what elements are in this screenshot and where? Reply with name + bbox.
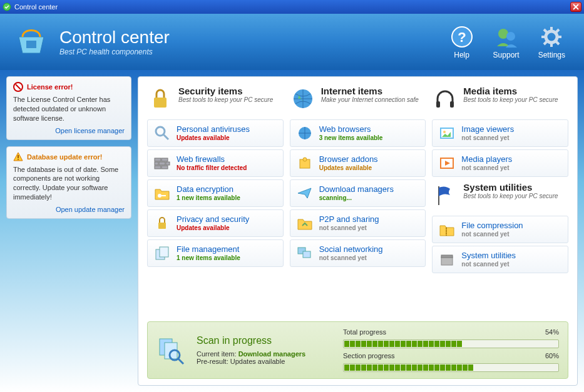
play-icon	[438, 154, 456, 173]
svg-line-14	[556, 29, 559, 33]
alert-body: The License Control Center has detected …	[13, 95, 125, 123]
tile-media-players[interactable]: Media playersnot scanned yet	[432, 149, 568, 177]
tile-addons[interactable]: Browser addonsUpdates available	[290, 149, 426, 177]
tile-social[interactable]: Social networkingnot scanned yet	[290, 239, 426, 267]
error-icon	[13, 82, 23, 92]
svg-point-18	[18, 159, 19, 160]
col-media-system: Media itemsBest tools to keep your PC se…	[432, 83, 568, 316]
category-system: System utilitiesBest tools to keep your …	[432, 179, 568, 213]
svg-rect-22	[155, 158, 161, 161]
flag-icon	[432, 182, 458, 208]
alert-database: Database update error! The database is o…	[6, 146, 131, 219]
nav-settings[interactable]: Settings	[538, 24, 565, 59]
svg-rect-40	[436, 101, 440, 108]
svg-rect-28	[161, 166, 168, 169]
logo-icon	[13, 23, 50, 61]
zip-icon	[438, 220, 456, 239]
svg-point-20	[156, 127, 165, 136]
tile-encryption[interactable]: Data encryption1 new items available	[147, 179, 284, 207]
svg-rect-26	[166, 162, 170, 165]
tile-image-viewers[interactable]: Image viewersnot scanned yet	[432, 119, 568, 147]
help-icon: ?	[449, 24, 474, 49]
total-progress-bar	[343, 339, 559, 348]
scan-title: Scan in progress	[197, 335, 334, 346]
documents-icon	[153, 244, 172, 263]
magnifier-icon	[153, 124, 172, 143]
app-icon	[3, 3, 11, 11]
sidebar: License error! The License Control Cente…	[6, 76, 131, 386]
small-globe-icon	[295, 124, 314, 143]
header-nav: ? Help Support Settings	[449, 24, 565, 59]
svg-point-43	[443, 131, 446, 133]
nav-help[interactable]: ? Help	[449, 24, 474, 59]
lock-icon	[147, 86, 173, 112]
svg-text:?: ?	[458, 29, 466, 45]
section-progress-bar	[343, 363, 559, 372]
svg-rect-25	[159, 162, 165, 165]
svg-line-12	[556, 41, 559, 44]
warning-icon	[13, 152, 23, 162]
svg-point-37	[303, 158, 307, 161]
wall-icon	[153, 154, 172, 173]
license-manager-link[interactable]: Open license manager	[13, 127, 125, 134]
total-percent: 54%	[536, 328, 559, 336]
folder-key-icon	[153, 184, 172, 203]
window-title: Control center	[14, 3, 58, 11]
svg-rect-23	[161, 158, 168, 161]
section-percent: 60%	[536, 352, 559, 359]
plane-icon	[295, 184, 314, 203]
folder-share-icon	[295, 214, 314, 233]
tile-p2p[interactable]: P2P and sharingnot scanned yet	[290, 209, 426, 237]
category-internet: Internet itemsMake your Internet connect…	[290, 83, 426, 117]
svg-point-5	[506, 32, 515, 41]
svg-line-52	[178, 359, 183, 364]
tile-browsers[interactable]: Web browsers3 new items available	[290, 119, 426, 147]
image-icon	[438, 124, 456, 143]
scan-icon	[156, 334, 188, 366]
box-icon	[438, 250, 456, 269]
svg-line-11	[544, 29, 547, 33]
svg-rect-1	[26, 41, 36, 48]
tile-antivirus[interactable]: Personal antivirusesUpdates available	[147, 119, 284, 147]
tile-privacy[interactable]: Privacy and securityUpdates available	[147, 209, 284, 237]
svg-rect-27	[155, 166, 161, 169]
tile-download[interactable]: Download managersscanning...	[290, 179, 426, 207]
close-button[interactable]	[570, 2, 581, 12]
globe-icon	[290, 86, 316, 112]
category-media: Media itemsBest tools to keep your PC se…	[432, 83, 568, 117]
app-title: Control center	[59, 28, 170, 48]
windows-icon	[295, 244, 314, 263]
alert-license: License error! The License Control Cente…	[6, 76, 131, 140]
header: Control center Best PC health components…	[0, 14, 584, 70]
scan-panel: Scan in progress Current item: Download …	[147, 321, 568, 379]
update-manager-link[interactable]: Open update manager	[13, 206, 125, 213]
svg-rect-33	[160, 247, 168, 257]
alert-body: The database is out of date. Some compon…	[13, 165, 125, 202]
app-subtitle: Best PC health components	[59, 48, 170, 56]
support-icon	[494, 24, 519, 49]
svg-rect-24	[155, 162, 158, 165]
svg-point-6	[546, 31, 557, 43]
alert-title: License error!	[27, 83, 73, 91]
category-security: Security itemsBest tools to keep your PC…	[147, 83, 284, 117]
nav-support[interactable]: Support	[493, 24, 520, 59]
svg-rect-47	[441, 257, 453, 265]
col-security: Security itemsBest tools to keep your PC…	[147, 83, 284, 316]
svg-rect-41	[450, 101, 454, 108]
tile-system-utilities[interactable]: System utilitiesnot scanned yet	[432, 246, 568, 273]
settings-icon	[539, 24, 564, 49]
svg-point-29	[158, 194, 161, 198]
svg-rect-39	[303, 251, 310, 258]
tile-firewall[interactable]: Web firewallsNo traffic filter detected	[147, 149, 284, 177]
scan-current: Download managers	[238, 350, 306, 358]
col-internet: Internet itemsMake your Internet connect…	[290, 83, 426, 316]
svg-line-13	[544, 41, 547, 44]
headphones-icon	[432, 86, 458, 112]
alert-title: Database update error!	[27, 153, 102, 161]
svg-rect-48	[441, 255, 453, 258]
tile-compression[interactable]: File compressionnot scanned yet	[432, 216, 568, 243]
small-lock-icon	[153, 214, 172, 233]
tile-file-management[interactable]: File management1 new items available	[147, 239, 284, 267]
svg-rect-31	[158, 223, 166, 229]
titlebar: Control center	[0, 0, 584, 14]
